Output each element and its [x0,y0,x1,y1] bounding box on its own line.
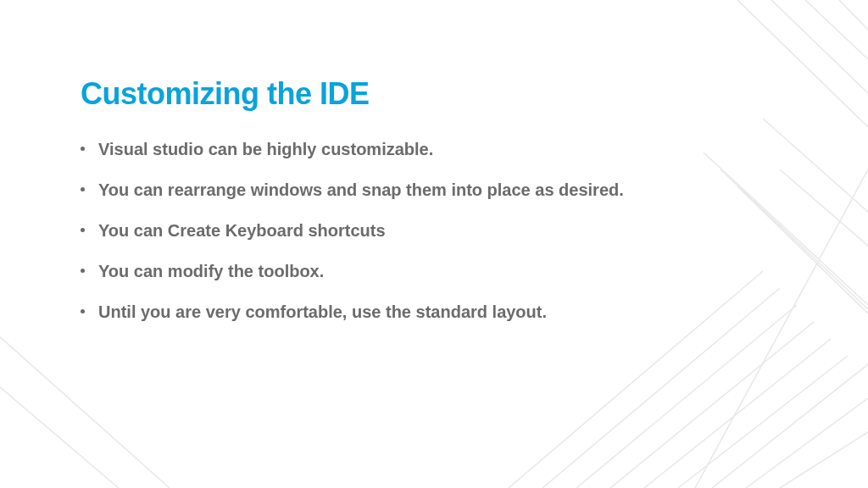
svg-line-10 [780,432,868,488]
svg-line-8 [712,364,868,488]
bullet-icon [81,147,85,151]
bullet-list: Visual studio can be highly customizable… [81,137,787,324]
bullet-icon [81,269,85,273]
bullet-text: You can Create Keyboard shortcuts [98,219,386,242]
slide-content: Customizing the IDE Visual studio can be… [0,0,868,324]
list-item: Visual studio can be highly customizable… [81,137,787,161]
bullet-text: Until you are very comfortable, use the … [98,300,547,324]
list-item: Until you are very comfortable, use the … [81,300,787,324]
list-item: You can Create Keyboard shortcuts [81,219,787,242]
svg-line-6 [644,339,831,488]
svg-line-4 [576,305,797,488]
list-item: You can modify the toolbox. [81,259,787,283]
bullet-text: You can rearrange windows and snap them … [98,178,624,202]
list-item: You can rearrange windows and snap them … [81,178,787,202]
slide-title: Customizing the IDE [81,76,787,112]
svg-line-0 [0,322,170,488]
bullet-text: Visual studio can be highly customizable… [98,137,433,161]
bullet-text: You can modify the toolbox. [98,259,324,283]
bullet-icon [81,309,85,313]
bullet-icon [81,187,85,191]
bullet-icon [81,228,85,232]
svg-line-7 [678,356,848,488]
